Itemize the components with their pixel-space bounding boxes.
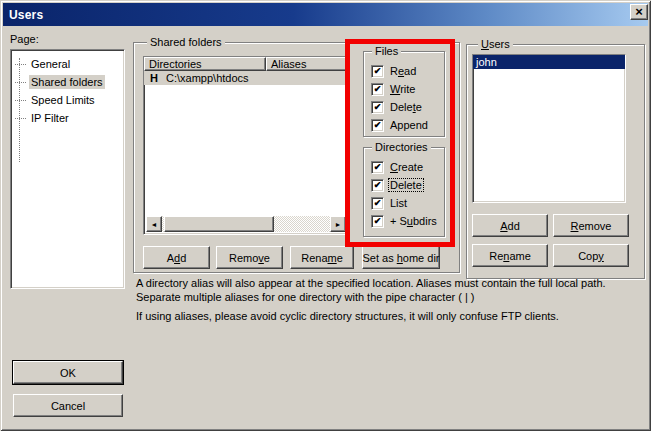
window-title: Users [9,8,43,22]
add-user-button[interactable]: Add [472,214,548,237]
users-group-label: Users [478,38,513,50]
page-item-ip-filter[interactable]: IP Filter [11,109,124,127]
users-list[interactable]: john [472,54,626,203]
ok-button[interactable]: OK [13,361,123,384]
close-button[interactable]: × [630,4,648,20]
users-dialog: Users × Page: General Shared folders Spe… [0,0,651,431]
page-item-general[interactable]: General [11,55,124,73]
page-list[interactable]: General Shared folders Speed Limits IP F… [10,49,125,289]
scroll-right-icon: ► [335,221,342,228]
remove-user-button[interactable]: Remove [553,214,629,237]
directory-path: C:\xampp\htdocs [166,72,249,84]
user-list-item[interactable]: john [473,55,625,69]
tree-connector [15,100,26,101]
home-dir-flag: H [150,72,166,84]
remove-folder-button[interactable]: Remove [216,246,283,269]
copy-user-button[interactable]: Copy [553,244,629,267]
tree-connector [15,64,26,65]
rename-folder-button[interactable]: Rename [290,246,354,269]
rename-user-button[interactable]: Rename [472,244,548,267]
close-icon: × [635,5,643,18]
set-home-dir-button[interactable]: Set as home dir [362,246,440,269]
title-bar[interactable]: Users [3,3,648,26]
page-label: Page: [10,33,39,45]
page-item-shared-folders[interactable]: Shared folders [11,73,124,91]
alias-note-1: A directory alias will also appear at th… [136,276,641,304]
directories-table[interactable]: Directories Aliases H C:\xampp\htdocs ◄ … [143,56,349,235]
scroll-right-button[interactable]: ► [330,216,346,232]
column-header-directories[interactable]: Directories [144,57,266,71]
scroll-thumb[interactable] [164,216,274,232]
add-folder-button[interactable]: Add [143,246,210,269]
tree-connector [15,82,26,83]
horizontal-scrollbar[interactable]: ◄ ► [146,216,346,232]
scroll-left-icon: ◄ [151,221,158,228]
table-header: Directories Aliases [144,57,348,71]
alias-note-2: If using aliases, please avoid cyclic di… [136,309,641,323]
cancel-button[interactable]: Cancel [13,394,123,417]
column-header-aliases[interactable]: Aliases [266,57,348,71]
annotation-red-box [345,39,455,247]
table-row[interactable]: H C:\xampp\htdocs [144,71,348,85]
alias-notes: A directory alias will also appear at th… [136,276,641,323]
tree-connector [15,118,26,119]
scroll-left-button[interactable]: ◄ [146,216,162,232]
page-item-speed-limits[interactable]: Speed Limits [11,91,124,109]
shared-folders-group-label: Shared folders [147,36,225,48]
